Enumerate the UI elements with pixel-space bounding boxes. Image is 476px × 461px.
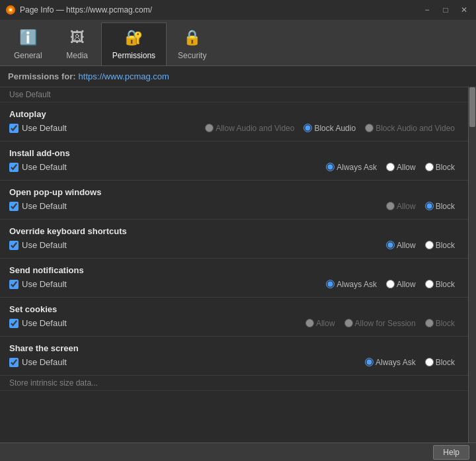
keyboard-shortcuts-block[interactable]: Block (421, 241, 459, 250)
minimize-button[interactable]: − (420, 3, 434, 17)
cookies-block[interactable]: Block (421, 319, 459, 328)
keyboard-shortcuts-use-default-checkbox[interactable] (9, 241, 19, 250)
tab-general[interactable]: ℹ️ General (3, 22, 54, 65)
section-notifications: Send notifications Use Default Always As… (0, 259, 468, 298)
permissions-icon: 🔐 (123, 27, 144, 48)
permissions-for-label: Permissions for: (8, 71, 76, 81)
scroll-content[interactable]: Use Default Autoplay Use Default Allow A… (0, 87, 468, 442)
tab-bar: ℹ️ General 🖼 Media 🔐 Permissions 🔒 Secur… (0, 20, 476, 66)
close-button[interactable]: ✕ (457, 3, 471, 17)
notifications-radio-group: Always Ask Allow Block (95, 280, 459, 289)
window-title: Page Info — https://www.pcmag.com/ (20, 5, 152, 15)
popup-windows-block-label: Block (436, 202, 455, 211)
content-area: Use Default Autoplay Use Default Allow A… (0, 87, 476, 442)
popup-windows-title: Open pop-up windows (9, 187, 459, 197)
cookies-title: Set cookies (9, 304, 459, 314)
cookies-use-default-checkbox[interactable] (9, 319, 19, 328)
screen-use-default-label: Use Default (22, 357, 67, 367)
screen-block[interactable]: Block (421, 358, 459, 367)
notifications-always-ask-label: Always Ask (337, 280, 377, 289)
install-addons-use-default: Use Default (9, 162, 95, 172)
section-cookies: Set cookies Use Default Allow Allow for … (0, 298, 468, 337)
autoplay-block-audio[interactable]: Block Audio (299, 124, 360, 133)
firefox-icon (5, 5, 16, 15)
popup-windows-use-default-checkbox[interactable] (9, 202, 19, 211)
tab-permissions-label: Permissions (112, 51, 155, 60)
keyboard-shortcuts-title: Override keyboard shortcuts (9, 226, 459, 236)
help-bar: Help (0, 442, 476, 461)
scrollbar-track[interactable] (468, 87, 476, 442)
svg-point-2 (9, 9, 12, 11)
notifications-allow[interactable]: Allow (382, 280, 420, 289)
install-addons-block-label: Block (436, 163, 455, 172)
autoplay-block-audio-video[interactable]: Block Audio and Video (361, 124, 459, 133)
maximize-button[interactable]: □ (439, 3, 452, 17)
security-icon: 🔒 (182, 27, 203, 48)
keyboard-shortcuts-use-default: Use Default (9, 240, 95, 250)
general-icon: ℹ️ (17, 27, 38, 48)
install-addons-use-default-checkbox[interactable] (9, 163, 19, 172)
autoplay-allow-audio-video-label: Allow Audio and Video (216, 124, 294, 133)
install-addons-block[interactable]: Block (421, 163, 459, 172)
section-screen: Share the screen Use Default Always Ask … (0, 337, 468, 376)
screen-block-label: Block (436, 358, 455, 367)
notifications-always-ask[interactable]: Always Ask (322, 280, 381, 289)
autoplay-row: Use Default Allow Audio and Video Block … (9, 123, 459, 133)
keyboard-shortcuts-use-default-label: Use Default (22, 240, 67, 250)
cookies-row: Use Default Allow Allow for Session Bloc… (9, 318, 459, 328)
popup-windows-block[interactable]: Block (421, 202, 459, 211)
tab-general-label: General (14, 51, 42, 60)
install-addons-row: Use Default Always Ask Allow Block (9, 162, 459, 172)
permissions-for-bar: Permissions for: https://www.pcmag.com (0, 66, 476, 87)
notifications-use-default: Use Default (9, 279, 95, 289)
screen-radio-group: Always Ask Block (95, 358, 459, 367)
keyboard-shortcuts-allow-label: Allow (397, 241, 416, 250)
autoplay-radio-group: Allow Audio and Video Block Audio Block … (95, 124, 459, 133)
partial-bottom-row: Store intrinsic size data... (0, 376, 468, 391)
install-addons-use-default-label: Use Default (22, 162, 67, 172)
notifications-block[interactable]: Block (421, 280, 459, 289)
notifications-block-label: Block (436, 280, 455, 289)
permissions-for-url: https://www.pcmag.com (79, 71, 169, 81)
scrollbar-thumb[interactable] (469, 87, 475, 127)
cookies-radio-group: Allow Allow for Session Block (95, 319, 459, 328)
section-keyboard-shortcuts: Override keyboard shortcuts Use Default … (0, 220, 468, 259)
section-install-addons: Install add-ons Use Default Always Ask A… (0, 142, 468, 181)
keyboard-shortcuts-block-label: Block (436, 241, 455, 250)
popup-windows-allow[interactable]: Allow (382, 202, 420, 211)
autoplay-block-audio-label: Block Audio (314, 124, 356, 133)
autoplay-use-default-label: Use Default (22, 123, 67, 133)
popup-windows-use-default-label: Use Default (22, 201, 67, 211)
screen-use-default: Use Default (9, 357, 95, 367)
help-button[interactable]: Help (433, 445, 469, 460)
screen-always-ask-label: Always Ask (376, 358, 416, 367)
notifications-allow-label: Allow (397, 280, 416, 289)
autoplay-use-default-checkbox[interactable] (9, 124, 19, 133)
tab-security[interactable]: 🔒 Security (167, 22, 218, 65)
popup-windows-allow-label: Allow (397, 202, 416, 211)
cookies-allow-session[interactable]: Allow for Session (340, 319, 420, 328)
cookies-use-default: Use Default (9, 318, 95, 328)
install-addons-always-ask[interactable]: Always Ask (322, 163, 381, 172)
media-icon: 🖼 (67, 27, 88, 48)
screen-always-ask[interactable]: Always Ask (361, 358, 420, 367)
cookies-allow-label: Allow (316, 319, 335, 328)
screen-use-default-checkbox[interactable] (9, 358, 19, 367)
window-controls: − □ ✕ (420, 3, 471, 17)
cookies-allow-session-label: Allow for Session (355, 319, 416, 328)
install-addons-allow[interactable]: Allow (382, 163, 420, 172)
autoplay-block-audio-video-label: Block Audio and Video (376, 124, 455, 133)
notifications-use-default-checkbox[interactable] (9, 280, 19, 289)
section-popup-windows: Open pop-up windows Use Default Allow Bl… (0, 181, 468, 220)
keyboard-shortcuts-allow[interactable]: Allow (382, 241, 420, 250)
tab-permissions[interactable]: 🔐 Permissions (101, 22, 167, 65)
install-addons-always-ask-label: Always Ask (337, 163, 377, 172)
popup-windows-row: Use Default Allow Block (9, 201, 459, 211)
section-autoplay: Autoplay Use Default Allow Audio and Vid… (0, 103, 468, 142)
install-addons-allow-label: Allow (397, 163, 416, 172)
cookies-allow[interactable]: Allow (301, 319, 339, 328)
tab-media[interactable]: 🖼 Media (54, 22, 101, 65)
autoplay-allow-audio-video[interactable]: Allow Audio and Video (201, 124, 298, 133)
keyboard-shortcuts-radio-group: Allow Block (95, 241, 459, 250)
keyboard-shortcuts-row: Use Default Allow Block (9, 240, 459, 250)
